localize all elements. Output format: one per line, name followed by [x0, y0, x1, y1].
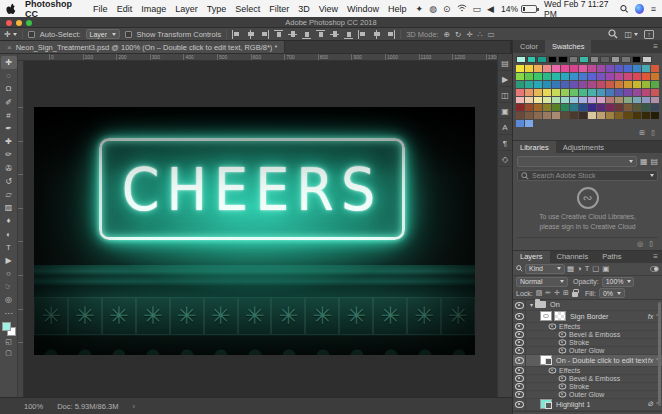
- effect-row[interactable]: Effects: [513, 367, 662, 375]
- swatch[interactable]: [516, 104, 524, 111]
- tab-swatches[interactable]: Swatches: [545, 40, 592, 53]
- effect-label[interactable]: Outer Glow: [569, 391, 604, 398]
- time-machine-icon[interactable]: ⊙: [443, 4, 451, 14]
- library-select[interactable]: [517, 156, 637, 167]
- effect-row[interactable]: Bevel & Emboss: [513, 331, 662, 339]
- layer-group-row[interactable]: ▾On: [513, 300, 662, 311]
- swatch[interactable]: [588, 81, 596, 88]
- swatch[interactable]: [597, 97, 605, 104]
- dist-hcenter-icon[interactable]: [372, 30, 381, 39]
- swatch[interactable]: [525, 81, 533, 88]
- swatch[interactable]: [606, 89, 614, 96]
- menu-image[interactable]: Image: [141, 4, 166, 14]
- swatch[interactable]: [642, 104, 650, 111]
- minimize-window-button[interactable]: [16, 20, 22, 26]
- swatch[interactable]: [651, 104, 659, 111]
- dodge-tool[interactable]: ◐: [1, 227, 17, 240]
- menu-clock[interactable]: Wed Feb 7 11:27 PM: [544, 0, 613, 19]
- swatch[interactable]: [561, 89, 569, 96]
- quick-mask-icon[interactable]: ◱: [5, 338, 12, 346]
- sync-status-icon[interactable]: ◍: [429, 4, 437, 14]
- swatch[interactable]: [621, 56, 631, 63]
- swatch[interactable]: [579, 89, 587, 96]
- swatch[interactable]: [633, 65, 641, 72]
- swatch[interactable]: [588, 104, 596, 111]
- clone-source-panel-icon[interactable]: ▣: [499, 105, 512, 119]
- swatch[interactable]: [516, 56, 526, 63]
- swatch[interactable]: [570, 89, 578, 96]
- swatch[interactable]: [552, 65, 560, 72]
- layers-scrollbar[interactable]: [658, 302, 661, 406]
- swatch[interactable]: [534, 81, 542, 88]
- align-left-icon[interactable]: [232, 30, 241, 39]
- eye-icon[interactable]: [549, 368, 556, 373]
- effect-label[interactable]: Outer Glow: [569, 347, 604, 354]
- swatch[interactable]: [516, 65, 524, 72]
- swatch[interactable]: [525, 120, 533, 127]
- swatch[interactable]: [570, 73, 578, 80]
- swatch[interactable]: [543, 97, 551, 104]
- menu-filter[interactable]: Filter: [269, 4, 289, 14]
- swatch[interactable]: [534, 89, 542, 96]
- filter-smart-object-icon[interactable]: ▣: [602, 264, 609, 273]
- swatch[interactable]: [534, 112, 542, 119]
- eye-icon[interactable]: [559, 348, 566, 353]
- visibility-toggle[interactable]: [513, 375, 526, 382]
- swatch[interactable]: [615, 97, 623, 104]
- zoom-tool[interactable]: ◎: [1, 293, 17, 306]
- swatch[interactable]: [558, 56, 568, 63]
- eye-icon[interactable]: [559, 392, 566, 397]
- wifi-icon[interactable]: [457, 4, 467, 14]
- marquee-tool[interactable]: ◌: [1, 69, 17, 82]
- type-tool[interactable]: T: [1, 241, 17, 254]
- lock-artboard-icon[interactable]: ⊞: [563, 289, 569, 297]
- swatch[interactable]: [579, 73, 587, 80]
- swatch[interactable]: [633, 81, 641, 88]
- visibility-toggle[interactable]: [513, 300, 526, 310]
- swatch[interactable]: [570, 65, 578, 72]
- swatch[interactable]: [642, 65, 650, 72]
- clone-stamp-tool[interactable]: ✇: [1, 162, 17, 175]
- edit-toolbar[interactable]: ⋯: [1, 307, 17, 320]
- align-top-icon[interactable]: [274, 30, 283, 39]
- spotlight-icon[interactable]: [620, 4, 629, 14]
- lasso-tool[interactable]: Ω: [1, 82, 17, 95]
- 3d-panel-icon[interactable]: ◇: [499, 153, 512, 167]
- panel-menu-icon[interactable]: ≡: [653, 42, 662, 51]
- effect-row[interactable]: Stroke: [513, 383, 662, 391]
- swatch[interactable]: [606, 73, 614, 80]
- swatch[interactable]: [633, 97, 641, 104]
- effect-label[interactable]: Effects: [559, 323, 580, 330]
- swatch[interactable]: [552, 97, 560, 104]
- swatch[interactable]: [570, 81, 578, 88]
- history-brush-tool[interactable]: ↺: [1, 175, 17, 188]
- effect-label[interactable]: Stroke: [569, 339, 589, 346]
- swatch[interactable]: [651, 89, 659, 96]
- 3d-pan-icon[interactable]: ✛: [466, 30, 472, 39]
- status-chevron-icon[interactable]: ›: [132, 402, 135, 411]
- swatch[interactable]: [632, 56, 642, 63]
- delete-swatch-icon[interactable]: ▯: [651, 129, 655, 137]
- swatch[interactable]: [600, 56, 610, 63]
- delete-library-icon[interactable]: ▯: [649, 240, 653, 248]
- visibility-toggle[interactable]: [513, 391, 526, 398]
- sync-libraries-icon[interactable]: ◎: [637, 240, 643, 248]
- hand-tool[interactable]: ☞: [1, 280, 17, 293]
- swatch[interactable]: [552, 89, 560, 96]
- tab-adjustments[interactable]: Adjustments: [556, 141, 611, 153]
- swatch[interactable]: [597, 81, 605, 88]
- 3d-slide-icon[interactable]: ∴: [478, 30, 483, 39]
- lock-all-icon[interactable]: [572, 292, 578, 297]
- fill-dropdown[interactable]: 0%: [599, 288, 625, 298]
- swatch[interactable]: [611, 56, 621, 63]
- tab-layers[interactable]: Layers: [513, 251, 550, 263]
- menu-window[interactable]: Window: [347, 4, 379, 14]
- align-bottom-icon[interactable]: [302, 30, 311, 39]
- swatch[interactable]: [579, 56, 589, 63]
- quick-select-tool[interactable]: ✐: [1, 96, 17, 109]
- swatch[interactable]: [642, 112, 650, 119]
- color-chips[interactable]: [2, 322, 16, 336]
- swatch[interactable]: [543, 73, 551, 80]
- tab-libraries[interactable]: Libraries: [513, 141, 556, 153]
- effect-row[interactable]: Bevel & Emboss: [513, 375, 662, 383]
